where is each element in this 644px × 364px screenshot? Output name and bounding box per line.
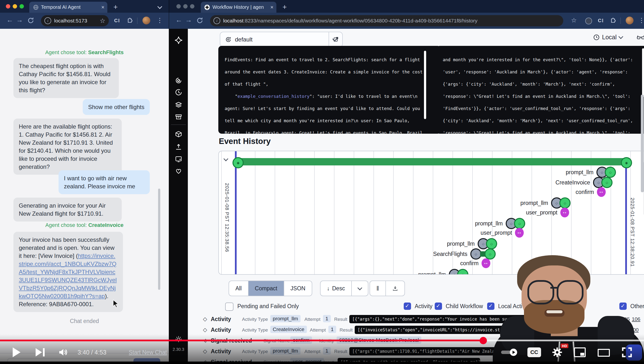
address-bar[interactable]: i localhost:5173 ☆ [41,15,109,26]
fullscreen-button[interactable] [620,346,633,358]
timeline-row[interactable]: prompt_llm ◇ ◇ [475,218,525,229]
sidebar-archive-icon[interactable] [174,113,183,121]
chat-scrollbar[interactable] [158,188,160,290]
start-new-chat-link[interactable]: Start New Chat [129,346,167,358]
filter-activity-checkbox[interactable] [404,302,411,310]
sidebar-namespaces-icon[interactable] [174,130,183,138]
tab-workflow-history[interactable]: Workflow History | agent-wor × [201,2,276,13]
reader-glasses-icon[interactable] [637,34,644,41]
tab-close-icon[interactable]: × [98,4,107,10]
tab-temporal-ai-agent[interactable]: Temporal AI Agent × [29,2,107,13]
timeline-row[interactable]: prompt_llm ◇ ◇ [520,197,570,208]
open-namespace-icon[interactable] [333,36,339,42]
next-button[interactable] [34,346,46,358]
activity-completed-node[interactable]: ◇ [601,177,612,188]
zoom-window-button[interactable] [20,4,24,8]
filter-child-workflow-checkbox[interactable] [435,302,442,310]
profile-avatar[interactable] [626,16,634,24]
timeline-row[interactable]: user_prompt ●● [480,228,524,238]
signal-node[interactable]: ●● [597,187,606,197]
sidebar-schedules-icon[interactable] [174,88,183,96]
timeline-row[interactable]: prompt_llm ◇ ◇ [447,238,497,249]
signal-node[interactable]: ●● [515,228,524,238]
activity-completed-node[interactable]: ◇ [559,197,570,208]
extension-ci-icon[interactable]: C⁝ [114,18,120,24]
sidebar-workflows-icon[interactable] [174,76,183,85]
extension-generic-icon[interactable] [585,18,592,24]
time-zone-select[interactable]: Local [593,34,622,41]
autoplay-toggle[interactable] [500,348,517,356]
workflow-start-node[interactable]: ◉ [232,157,244,168]
minimize-window-button[interactable] [183,4,188,8]
new-tab-button[interactable]: + [114,3,118,11]
download-history-button[interactable] [386,281,404,296]
bookmark-star-icon[interactable]: ☆ [100,17,106,25]
signal-node[interactable]: ●● [560,208,569,218]
video-progress-remaining[interactable] [482,340,644,341]
workflow-end-node[interactable]: ◉ [621,157,632,168]
extensions-puzzle-icon[interactable] [610,17,616,24]
timeline-row[interactable]: user_prompt ●● [526,208,569,218]
sidebar-import-icon[interactable] [174,143,183,151]
back-icon[interactable]: ← [6,16,13,24]
site-info-icon[interactable]: i [214,17,220,24]
sidebar-feedback-heart-icon[interactable] [174,167,183,175]
view-json-button[interactable]: JSON [284,281,312,296]
close-window-button[interactable] [176,4,181,8]
play-button[interactable] [11,346,22,358]
site-info-icon[interactable]: i [44,17,51,24]
reload-icon[interactable] [196,17,203,24]
zoom-window-button[interactable] [190,4,194,8]
forward-icon[interactable]: → [16,16,23,24]
invoice-link[interactable]: https://invoice.stripe.com/i/acct_1NBOLu… [19,252,116,299]
pause-feed-button[interactable]: ‖ [370,281,386,296]
signal-node[interactable]: ●● [482,258,490,268]
activity-completed-node[interactable]: ◇ [605,167,616,178]
new-tab-button[interactable]: + [282,3,287,11]
namespace-select[interactable]: default [220,32,343,47]
pending-failed-checkbox[interactable] [225,302,234,311]
back-icon[interactable]: ← [176,16,182,24]
forward-icon[interactable]: → [185,16,192,24]
settings-button[interactable]: HD [551,346,564,359]
code-right-scrollbar[interactable] [642,48,644,97]
activity-completed-node[interactable]: ◇ [457,269,468,275]
timeline-row[interactable]: confirm ●● [460,258,490,268]
timeline-row[interactable]: confirm ●● [576,187,606,197]
sidebar-batch-icon[interactable] [174,100,183,108]
page-scrollbar[interactable] [641,95,644,192]
view-compact-button[interactable]: Compact [248,281,284,296]
extension-ci-icon[interactable]: C⁝ [598,18,604,24]
volume-button[interactable] [56,346,70,358]
activity-completed-node[interactable]: ◇ [514,218,525,229]
code-left-scrollbar[interactable] [424,51,426,119]
timeline-row[interactable]: SearchFlights ◇ ◇ [433,248,496,260]
timeline-row[interactable]: CreateInvoice ◇ ◇ [556,177,612,188]
video-progress-played[interactable] [0,340,482,341]
sidebar-labs-icon[interactable] [174,155,183,163]
profile-avatar[interactable] [142,16,150,24]
address-bar[interactable]: i localhost :8233/namespaces/default/wor… [210,15,563,26]
tab-search-chevron-icon[interactable] [158,5,162,9]
minimize-window-button[interactable] [13,4,17,8]
timeline-collapse-chevron-icon[interactable] [224,156,228,161]
close-window-button[interactable] [6,4,10,8]
workflow-execution-bar[interactable] [236,158,627,166]
view-all-button[interactable]: All [229,281,248,296]
temporal-logo-icon[interactable] [174,36,183,44]
sort-desc-button[interactable]: ↓Desc [320,281,351,296]
miniplayer-button[interactable] [574,347,586,358]
video-progress-scrubber[interactable] [480,337,487,344]
tab-close-icon[interactable]: × [267,4,276,10]
extensions-puzzle-icon[interactable] [127,17,133,24]
bookmark-star-icon[interactable]: ☆ [571,16,577,24]
theater-button[interactable] [598,348,610,357]
browser-menu-icon[interactable]: ⋮ [156,16,163,24]
activity-completed-node[interactable]: ◇ [486,238,497,249]
sort-chevron-button[interactable] [351,281,368,296]
reload-icon[interactable] [27,17,34,24]
timeline-row[interactable]: prompt_llm ◇ ◇ [418,269,468,275]
captions-button[interactable]: CC [528,348,541,357]
browser-menu-icon[interactable]: ⋮ [638,16,644,24]
timeline-row[interactable]: prompt_llm ◇ ◇ [566,167,616,178]
